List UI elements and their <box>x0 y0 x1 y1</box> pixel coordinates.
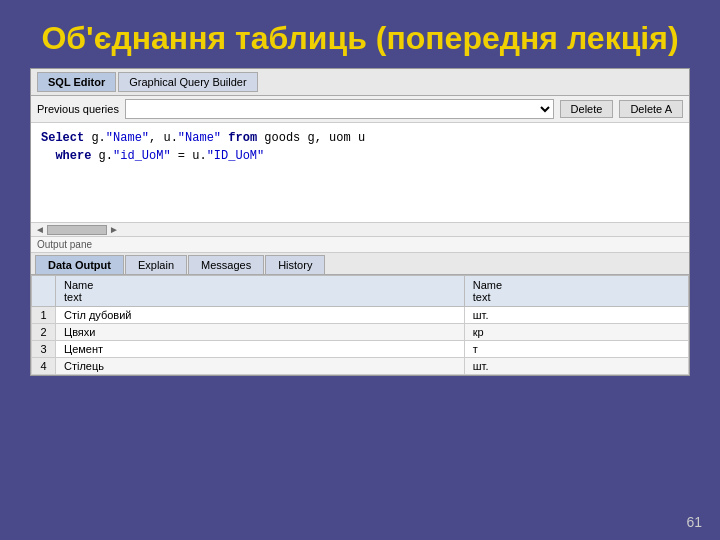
table-row: 1 Стіл дубовий шт. <box>32 307 689 324</box>
tab-explain[interactable]: Explain <box>125 255 187 274</box>
horizontal-scrollbar[interactable]: ◄ ► <box>31 223 689 237</box>
prev-queries-bar: Previous queries Delete Delete A <box>31 96 689 123</box>
slide-title: Об'єднання таблиць (попередня лекція) <box>0 0 720 68</box>
slide: Об'єднання таблиць (попередня лекція) SQ… <box>0 0 720 540</box>
tab-graphical-query-builder[interactable]: Graphical Query Builder <box>118 72 257 92</box>
row-num: 4 <box>32 358 56 375</box>
sql-editor-toolbar: SQL Editor Graphical Query Builder <box>31 69 689 96</box>
content-area: SQL Editor Graphical Query Builder Previ… <box>30 68 690 376</box>
row-col1: Цемент <box>56 341 465 358</box>
prev-queries-select[interactable] <box>125 99 554 119</box>
table-row: 2 Цвяхи кр <box>32 324 689 341</box>
prev-queries-label: Previous queries <box>37 103 119 115</box>
tab-history[interactable]: History <box>265 255 325 274</box>
table-row: 3 Цемент т <box>32 341 689 358</box>
table-row: 4 Стілець шт. <box>32 358 689 375</box>
row-col1: Стілець <box>56 358 465 375</box>
tab-sql-editor[interactable]: SQL Editor <box>37 72 116 92</box>
row-col2: шт. <box>464 358 688 375</box>
data-table: Name text Name text 1 Стіл дубовий шт. 2… <box>31 275 689 375</box>
row-num: 1 <box>32 307 56 324</box>
slide-number: 61 <box>686 514 702 530</box>
tab-data-output[interactable]: Data Output <box>35 255 124 274</box>
col-name2-header: Name text <box>464 276 688 307</box>
row-col1: Цвяхи <box>56 324 465 341</box>
delete-button[interactable]: Delete <box>560 100 614 118</box>
row-col2: кр <box>464 324 688 341</box>
row-col2: т <box>464 341 688 358</box>
delete-all-button[interactable]: Delete A <box>619 100 683 118</box>
row-num: 2 <box>32 324 56 341</box>
output-tabs: Data Output Explain Messages History <box>31 253 689 275</box>
col-row-num <box>32 276 56 307</box>
output-pane-label: Output pane <box>31 237 689 253</box>
sql-editor-area[interactable]: Select g."Name", u."Name" from goods g, … <box>31 123 689 223</box>
scrollbar-thumb[interactable] <box>47 225 107 235</box>
row-col1: Стіл дубовий <box>56 307 465 324</box>
tab-messages[interactable]: Messages <box>188 255 264 274</box>
col-name1-header: Name text <box>56 276 465 307</box>
row-col2: шт. <box>464 307 688 324</box>
row-num: 3 <box>32 341 56 358</box>
